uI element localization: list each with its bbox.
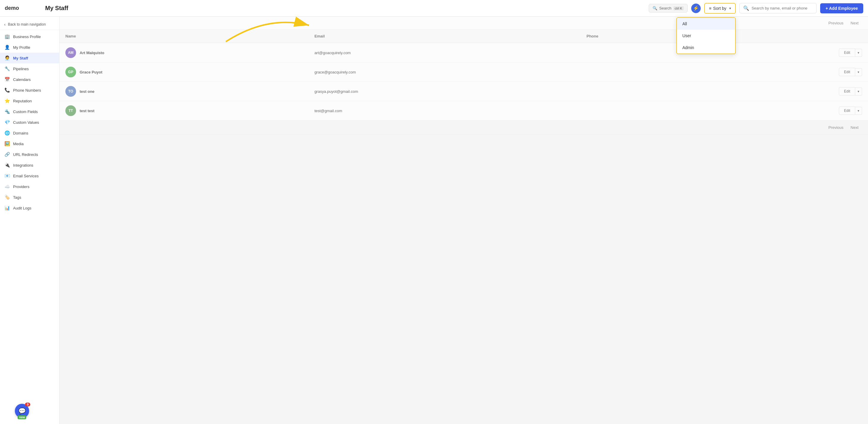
table-header-row: Name Email Phone [59,30,868,43]
sort-by-wrap: ≡ Sort by ▾ All User Admin [704,3,736,14]
lightning-button[interactable]: ⚡ [691,4,701,13]
name-cell: AM Art Malquisto [59,43,308,62]
staff-table: Name Email Phone AM Art Malquisto art@go… [59,30,868,120]
expand-button[interactable]: ▾ [855,87,862,95]
calendars-icon: 📅 [4,77,10,82]
email-cell: test@gmail.com [308,101,581,120]
sidebar-item-media[interactable]: 🖼️ Media [0,138,59,149]
phone-numbers-icon: 📞 [4,87,10,93]
custom-fields-icon: 🔩 [4,109,10,114]
table-row: AM Art Malquisto art@goacquirely.com Edi… [59,43,868,62]
sort-option-all[interactable]: All [677,18,735,30]
business-profile-icon: 🏢 [4,34,10,39]
name-cell: TO test one [59,82,308,101]
action-cell: Edit ▾ [696,101,868,120]
staff-name: Grace Puyot [80,70,102,75]
sidebar-item-label: Email Services [13,174,39,178]
sort-icon: ≡ [709,6,711,11]
main-layout: ‹ Back to main navigation 🏢 Business Pro… [0,17,868,424]
sidebar-item-my-staff[interactable]: 🧑‍💼 My Staff [0,53,59,63]
email-cell: grace@goacquirely.com [308,62,581,82]
tags-icon: 🏷️ [4,195,10,200]
sort-option-user[interactable]: User [677,30,735,41]
sidebar: ‹ Back to main navigation 🏢 Business Pro… [0,17,59,424]
email-cell: art@goacquirely.com [308,43,581,62]
staff-search-input[interactable] [751,6,811,10]
sidebar-item-label: Calendars [13,77,31,82]
chat-new-badge: new [18,415,26,419]
table-row: TT test test test@gmail.com Edit ▾ [59,101,868,120]
chat-icon: 💬 [19,407,26,415]
sidebar-item-business-profile[interactable]: 🏢 Business Profile [0,31,59,42]
sidebar-item-url-redirects[interactable]: 🔗 URL Redirects [0,149,59,160]
staff-name: Art Malquisto [80,51,104,55]
sidebar-item-label: Business Profile [13,34,41,39]
sidebar-item-reputation[interactable]: ⭐ Reputation [0,95,59,106]
name-cell: GP Grace Puyot [59,62,308,82]
sidebar-item-integrations[interactable]: 🔌 Integrations [0,160,59,170]
back-to-navigation[interactable]: ‹ Back to main navigation [0,19,59,30]
sidebar-item-custom-fields[interactable]: 🔩 Custom Fields [0,106,59,117]
previous-button-bottom[interactable]: Previous [826,124,846,131]
search-icon-2: 🔍 [743,5,749,11]
edit-button[interactable]: Edit [839,87,855,95]
chat-widget: 💬 9 new [15,404,29,418]
edit-button[interactable]: Edit [839,49,855,57]
edit-button[interactable]: Edit [839,107,855,115]
avatar: GP [65,67,76,77]
col-email: Email [308,30,581,43]
sidebar-item-label: Reputation [13,99,32,103]
sidebar-item-tags[interactable]: 🏷️ Tags [0,192,59,203]
action-cell: Edit ▾ [696,82,868,101]
avatar: AM [65,47,76,58]
sidebar-item-providers[interactable]: ☁️ Providers [0,181,59,192]
add-employee-button[interactable]: + Add Employee [820,3,863,13]
pipelines-icon: 🔧 [4,66,10,72]
sidebar-item-pipelines[interactable]: 🔧 Pipelines [0,63,59,74]
edit-button[interactable]: Edit [839,68,855,76]
sidebar-item-label: Custom Values [13,120,39,125]
reputation-icon: ⭐ [4,98,10,104]
my-staff-icon: 🧑‍💼 [4,55,10,61]
sidebar-item-label: URL Redirects [13,152,38,157]
sidebar-item-calendars[interactable]: 📅 Calendars [0,74,59,85]
search-button[interactable]: 🔍 Search ctrl K [649,4,687,12]
expand-button[interactable]: ▾ [855,68,862,76]
expand-button[interactable]: ▾ [855,49,862,57]
providers-icon: ☁️ [4,184,10,189]
chevron-down-icon: ▾ [729,6,731,10]
sidebar-item-custom-values[interactable]: 💎 Custom Values [0,117,59,128]
sort-label: Sort by [713,6,726,11]
sidebar-item-label: Custom Fields [13,110,38,114]
sidebar-item-email-services[interactable]: 📧 Email Services [0,170,59,181]
next-button-bottom[interactable]: Next [848,124,861,131]
page-title: My Staff [45,5,644,11]
next-button-top[interactable]: Next [848,20,861,27]
search-label: Search [659,6,671,10]
sort-by-button[interactable]: ≡ Sort by ▾ [704,3,736,14]
sidebar-item-label: Audit Logs [13,206,31,210]
sidebar-item-audit-logs[interactable]: 📊 Audit Logs [0,203,59,213]
sidebar-item-my-profile[interactable]: 👤 My Profile [0,42,59,53]
topbar-right: 🔍 Search ctrl K ⚡ ≡ Sort by ▾ All User A… [649,3,863,14]
sidebar-item-label: Domains [13,131,28,135]
app-logo: demo [5,5,40,11]
email-cell: grasya.puyot@gmail.com [308,82,581,101]
sidebar-item-label: My Profile [13,45,30,50]
chat-notification-badge: 9 [25,402,30,406]
expand-button[interactable]: ▾ [855,107,862,115]
sidebar-item-label: Tags [13,195,21,200]
sort-option-admin[interactable]: Admin [677,41,735,54]
previous-button-top[interactable]: Previous [826,20,846,27]
phone-cell [581,82,697,101]
sidebar-item-phone-numbers[interactable]: 📞 Phone Numbers [0,85,59,95]
table-row: GP Grace Puyot grace@goacquirely.com Edi… [59,62,868,82]
sort-dropdown: All User Admin [676,17,736,54]
chat-button[interactable]: 💬 9 new [15,404,29,418]
sidebar-item-domains[interactable]: 🌐 Domains [0,128,59,138]
content-area: Previous Next Name Email Phone AM Art Ma… [59,17,868,424]
sidebar-item-label: Phone Numbers [13,88,41,92]
avatar: TO [65,86,76,97]
search-shortcut: ctrl K [673,6,684,10]
add-employee-label: + Add Employee [826,6,858,11]
